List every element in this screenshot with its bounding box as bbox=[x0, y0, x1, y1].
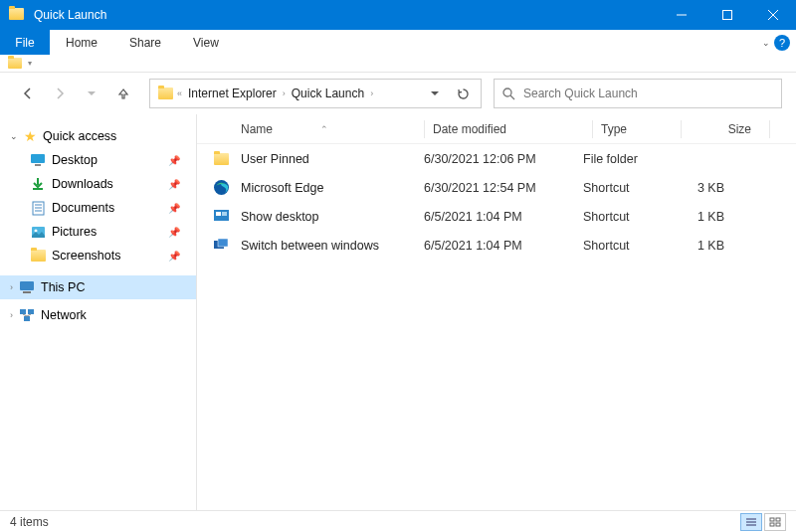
svg-rect-17 bbox=[20, 309, 26, 314]
folder-icon bbox=[211, 149, 231, 169]
file-size: 1 KB bbox=[663, 210, 742, 224]
sidebar-item-network[interactable]: › Network bbox=[0, 303, 196, 327]
navigation-pane: ⌄ ★ Quick access Desktop 📌 Downloads 📌 D… bbox=[0, 114, 197, 510]
sidebar-item-label: Documents bbox=[52, 201, 114, 215]
sidebar-item-label: Downloads bbox=[52, 177, 113, 191]
pin-icon: 📌 bbox=[168, 227, 180, 238]
pictures-icon bbox=[30, 224, 46, 240]
file-row[interactable]: Switch between windows 6/5/2021 1:04 PM … bbox=[197, 231, 796, 260]
show-desktop-icon bbox=[211, 207, 231, 227]
sidebar-item-label: This PC bbox=[41, 280, 85, 294]
svg-rect-34 bbox=[776, 523, 780, 526]
app-folder-icon bbox=[9, 8, 25, 22]
sidebar-item-pictures[interactable]: Pictures 📌 bbox=[0, 220, 196, 244]
quick-access-node[interactable]: ⌄ ★ Quick access bbox=[0, 124, 196, 148]
file-size: 1 KB bbox=[663, 239, 742, 253]
details-view-button[interactable] bbox=[740, 513, 762, 531]
search-input[interactable] bbox=[523, 87, 781, 100]
refresh-button[interactable] bbox=[449, 88, 477, 100]
help-icon[interactable]: ? bbox=[774, 35, 790, 51]
sidebar-item-label: Desktop bbox=[52, 153, 98, 167]
file-size: 3 KB bbox=[663, 181, 742, 195]
thumbnails-view-button[interactable] bbox=[764, 513, 786, 531]
switch-windows-icon bbox=[211, 236, 231, 256]
sidebar-item-label: Network bbox=[41, 308, 87, 322]
svg-rect-25 bbox=[222, 212, 227, 216]
column-name[interactable]: Name⌃ bbox=[197, 122, 424, 136]
minimize-button[interactable] bbox=[659, 0, 704, 30]
maximize-button[interactable] bbox=[704, 0, 750, 30]
downloads-icon bbox=[30, 176, 46, 192]
chevron-right-icon[interactable]: › bbox=[370, 89, 373, 98]
svg-line-20 bbox=[23, 314, 27, 316]
up-button[interactable] bbox=[109, 80, 137, 107]
recent-dropdown-icon[interactable] bbox=[78, 80, 105, 107]
folder-icon bbox=[30, 248, 46, 264]
svg-rect-32 bbox=[776, 518, 780, 521]
item-count: 4 items bbox=[10, 515, 49, 529]
file-row[interactable]: Microsoft Edge 6/30/2021 12:54 PM Shortc… bbox=[197, 173, 796, 202]
search-box[interactable] bbox=[494, 79, 782, 108]
pin-icon: 📌 bbox=[168, 155, 180, 166]
svg-rect-18 bbox=[28, 309, 34, 314]
sidebar-item-documents[interactable]: Documents 📌 bbox=[0, 196, 196, 220]
breadcrumb-item[interactable]: Internet Explorer bbox=[182, 87, 283, 100]
file-list-pane: Name⌃ Date modified Type Size User Pinne… bbox=[197, 114, 796, 510]
window-title: Quick Launch bbox=[34, 8, 106, 22]
file-type: Shortcut bbox=[583, 181, 663, 195]
expand-ribbon-icon[interactable]: ⌄ bbox=[762, 38, 770, 48]
svg-point-4 bbox=[503, 89, 511, 96]
qat-dropdown-icon[interactable]: ▾ bbox=[28, 59, 32, 68]
desktop-icon bbox=[30, 152, 46, 168]
sidebar-item-downloads[interactable]: Downloads 📌 bbox=[0, 172, 196, 196]
address-bar[interactable]: « Internet Explorer › Quick Launch › bbox=[149, 79, 482, 108]
file-name: Show desktop bbox=[241, 210, 424, 224]
file-name: Switch between windows bbox=[241, 239, 424, 253]
chevron-down-icon[interactable]: ⌄ bbox=[10, 131, 18, 141]
file-date: 6/5/2021 1:04 PM bbox=[424, 210, 583, 224]
svg-rect-6 bbox=[31, 154, 45, 163]
file-type: File folder bbox=[583, 152, 663, 166]
forward-button[interactable] bbox=[46, 80, 74, 107]
svg-rect-27 bbox=[218, 239, 228, 247]
column-date[interactable]: Date modified bbox=[433, 122, 592, 136]
breadcrumb-item[interactable]: Quick Launch bbox=[286, 87, 370, 100]
sidebar-item-label: Screenshots bbox=[52, 249, 120, 263]
file-name: Microsoft Edge bbox=[241, 181, 424, 195]
svg-rect-19 bbox=[24, 316, 30, 321]
this-pc-icon bbox=[19, 279, 35, 295]
file-date: 6/30/2021 12:06 PM bbox=[424, 152, 583, 166]
file-date: 6/5/2021 1:04 PM bbox=[424, 239, 583, 253]
close-button[interactable] bbox=[750, 0, 796, 30]
address-dropdown-icon[interactable] bbox=[421, 91, 449, 95]
chevron-right-icon[interactable]: › bbox=[10, 282, 13, 292]
file-date: 6/30/2021 12:54 PM bbox=[424, 181, 583, 195]
file-tab[interactable]: File bbox=[0, 30, 50, 55]
sidebar-item-this-pc[interactable]: › This PC bbox=[0, 275, 196, 299]
view-tab[interactable]: View bbox=[177, 30, 235, 55]
sidebar-item-label: Pictures bbox=[52, 225, 97, 239]
search-icon bbox=[502, 88, 515, 100]
svg-line-21 bbox=[27, 314, 31, 316]
quick-access-toolbar: ▾ bbox=[0, 55, 796, 73]
new-folder-icon[interactable] bbox=[8, 58, 22, 69]
svg-line-5 bbox=[510, 95, 514, 99]
back-button[interactable] bbox=[14, 80, 42, 107]
column-size[interactable]: Size bbox=[690, 122, 769, 136]
documents-icon bbox=[30, 200, 46, 216]
svg-rect-1 bbox=[723, 11, 732, 20]
file-type: Shortcut bbox=[583, 239, 663, 253]
address-folder-icon bbox=[158, 88, 173, 99]
svg-rect-33 bbox=[770, 523, 774, 526]
svg-rect-7 bbox=[35, 164, 41, 166]
column-type[interactable]: Type bbox=[601, 122, 681, 136]
sidebar-item-desktop[interactable]: Desktop 📌 bbox=[0, 148, 196, 172]
edge-icon bbox=[211, 178, 231, 198]
chevron-right-icon[interactable]: › bbox=[10, 310, 13, 320]
file-row[interactable]: User Pinned 6/30/2021 12:06 PM File fold… bbox=[197, 144, 796, 173]
home-tab[interactable]: Home bbox=[50, 30, 113, 55]
svg-rect-31 bbox=[770, 518, 774, 521]
share-tab[interactable]: Share bbox=[113, 30, 177, 55]
file-row[interactable]: Show desktop 6/5/2021 1:04 PM Shortcut 1… bbox=[197, 202, 796, 231]
sidebar-item-screenshots[interactable]: Screenshots 📌 bbox=[0, 244, 196, 267]
